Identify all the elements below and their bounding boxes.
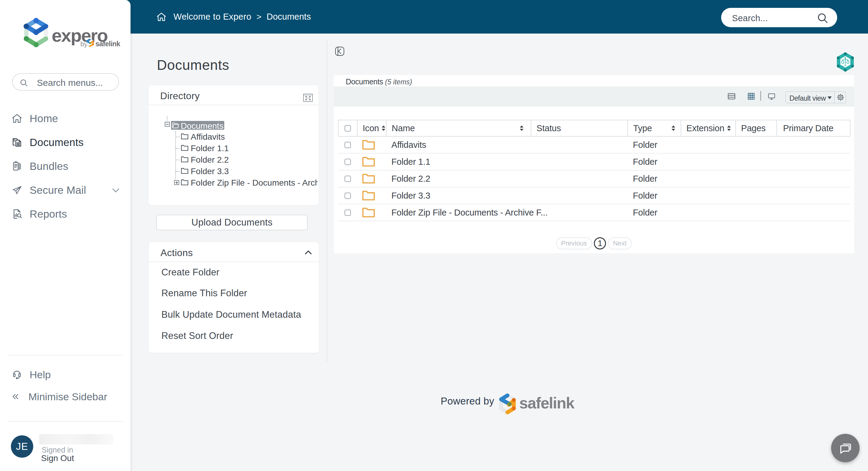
svg-text:safelink: safelink: [95, 40, 120, 48]
